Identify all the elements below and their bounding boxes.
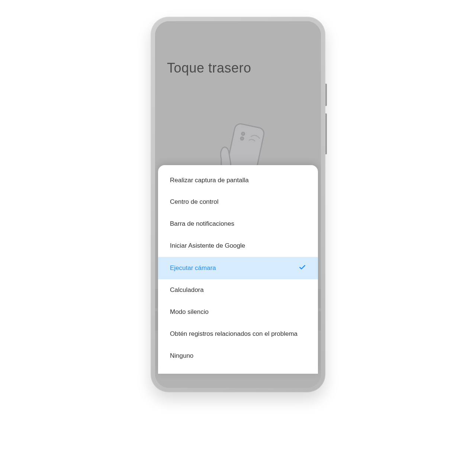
option-label: Iniciar Asistente de Google	[170, 242, 245, 250]
phone-frame: Toque trasero Rea	[151, 17, 325, 392]
option-label: Centro de control	[170, 198, 218, 206]
option-notification-bar[interactable]: Barra de notificaciones	[158, 213, 318, 235]
option-label: Modo silencio	[170, 308, 209, 316]
phone-screen: Toque trasero Rea	[155, 21, 321, 388]
option-get-logs[interactable]: Obtén registros relacionados con el prob…	[158, 323, 318, 345]
option-calculator[interactable]: Calculadora	[158, 279, 318, 301]
action-picker-sheet: Realizar captura de pantalla Centro de c…	[158, 165, 318, 374]
option-screenshot[interactable]: Realizar captura de pantalla	[158, 170, 318, 192]
option-label: Calculadora	[170, 286, 204, 295]
option-label: Ninguno	[170, 352, 193, 360]
option-google-assistant[interactable]: Iniciar Asistente de Google	[158, 235, 318, 257]
checkmark-icon	[299, 264, 306, 273]
phone-side-button	[325, 84, 327, 106]
option-label: Ejecutar cámara	[170, 264, 216, 273]
option-none[interactable]: Ninguno	[158, 345, 318, 367]
phone-side-button	[325, 113, 327, 154]
option-camera[interactable]: Ejecutar cámara	[158, 257, 318, 279]
option-silent-mode[interactable]: Modo silencio	[158, 301, 318, 323]
modal-overlay: Realizar captura de pantalla Centro de c…	[155, 21, 321, 388]
option-control-center[interactable]: Centro de control	[158, 191, 318, 213]
option-label: Realizar captura de pantalla	[170, 176, 249, 185]
option-label: Barra de notificaciones	[170, 220, 234, 228]
option-label: Obtén registros relacionados con el prob…	[170, 330, 298, 338]
settings-page: Toque trasero Rea	[155, 21, 321, 388]
